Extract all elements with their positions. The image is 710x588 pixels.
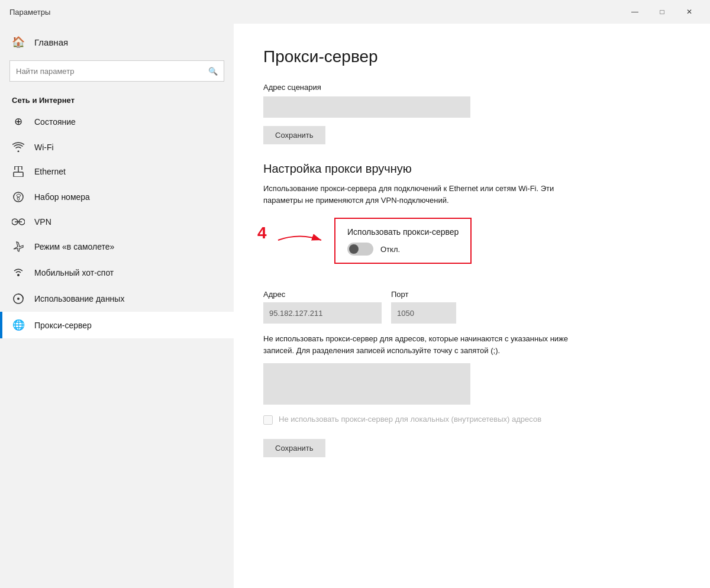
- toggle-label: Использовать прокси-сервер: [347, 227, 459, 237]
- sidebar: 🏠 Главная 🔍 Сеть и Интернет ⊕ Состояние: [0, 24, 234, 588]
- window-controls: — □ ✕: [621, 2, 703, 21]
- window-title: Параметры: [9, 8, 50, 17]
- search-box: 🔍: [9, 60, 224, 82]
- sidebar-item-ethernet[interactable]: Ethernet: [0, 159, 234, 184]
- page-title: Прокси-сервер: [263, 47, 680, 66]
- vpn-icon: [12, 218, 25, 226]
- title-bar: Параметры — □ ✕: [0, 0, 710, 24]
- toggle-state-text: Откл.: [380, 245, 400, 254]
- home-label: Главная: [34, 37, 68, 47]
- sidebar-item-label: Мобильный хот-спот: [34, 268, 114, 277]
- svg-point-9: [17, 274, 20, 276]
- close-button[interactable]: ✕: [676, 2, 703, 21]
- port-label: Порт: [391, 290, 456, 299]
- manual-description: Использование прокси-сервера для подключ…: [263, 183, 595, 206]
- sidebar-item-vpn[interactable]: VPN: [0, 210, 234, 234]
- status-icon: ⊕: [12, 115, 25, 128]
- local-bypass-checkbox[interactable]: [263, 415, 273, 425]
- local-bypass-row: Не использовать прокси-сервер для локаль…: [263, 414, 595, 425]
- hotspot-icon: [12, 267, 25, 279]
- sidebar-item-dialup[interactable]: Набор номера: [0, 184, 234, 210]
- sidebar-item-airplane[interactable]: Режим «в самолете»: [0, 234, 234, 260]
- step-number: 4: [257, 224, 267, 243]
- sidebar-item-label: Состояние: [34, 117, 76, 127]
- sidebar-item-status[interactable]: ⊕ Состояние: [0, 108, 234, 135]
- save-button-top[interactable]: Сохранить: [263, 126, 325, 144]
- sidebar-item-label: Режим «в самолете»: [34, 242, 114, 251]
- home-icon: 🏠: [12, 35, 25, 49]
- airplane-icon: [12, 241, 25, 253]
- ethernet-icon: [12, 166, 25, 177]
- no-proxy-text: Не использовать прокси-сервер для адресо…: [263, 333, 595, 356]
- proxy-toggle[interactable]: [347, 243, 373, 256]
- sidebar-item-label: Использование данных: [34, 294, 124, 303]
- wifi-icon: [12, 142, 25, 152]
- save-button-bottom[interactable]: Сохранить: [263, 439, 325, 457]
- sidebar-section-header: Сеть и Интернет: [0, 91, 234, 108]
- sidebar-home-button[interactable]: 🏠 Главная: [0, 28, 234, 56]
- main-content: Прокси-сервер Адрес сценария Сохранить Н…: [234, 24, 710, 588]
- toggle-box: Использовать прокси-сервер Откл.: [334, 218, 472, 264]
- scenario-label: Адрес сценария: [263, 83, 680, 92]
- scenario-input[interactable]: [263, 96, 470, 118]
- search-icon: 🔍: [208, 67, 218, 76]
- minimize-button[interactable]: —: [621, 2, 648, 21]
- local-bypass-label: Не использовать прокси-сервер для локаль…: [279, 414, 541, 425]
- sidebar-item-wifi[interactable]: Wi-Fi: [0, 135, 234, 159]
- sidebar-item-label: Wi-Fi: [34, 143, 54, 152]
- address-label: Адрес: [263, 290, 382, 299]
- manual-section-title: Настройка прокси вручную: [263, 162, 680, 176]
- sidebar-item-label: Прокси-сервер: [34, 321, 92, 330]
- address-port-row: Адрес Порт: [263, 290, 680, 324]
- sidebar-item-hotspot[interactable]: Мобильный хот-спот: [0, 260, 234, 286]
- sidebar-item-label: VPN: [34, 217, 51, 227]
- sidebar-item-datausage[interactable]: Использование данных: [0, 286, 234, 312]
- sidebar-item-label: Ethernet: [34, 167, 66, 176]
- arrow-svg: [275, 230, 325, 250]
- dialup-icon: [12, 191, 25, 203]
- port-input[interactable]: [391, 302, 456, 324]
- address-input[interactable]: [263, 302, 382, 324]
- proxy-icon: 🌐: [12, 319, 25, 331]
- search-input[interactable]: [16, 67, 208, 76]
- datausage-icon: [12, 293, 25, 305]
- svg-point-11: [17, 298, 20, 300]
- sidebar-item-label: Набор номера: [34, 192, 90, 202]
- sidebar-item-proxy[interactable]: 🌐 Прокси-сервер: [0, 312, 234, 338]
- svg-rect-0: [14, 172, 23, 177]
- exclusion-input[interactable]: [263, 363, 470, 405]
- maximize-button[interactable]: □: [648, 2, 676, 21]
